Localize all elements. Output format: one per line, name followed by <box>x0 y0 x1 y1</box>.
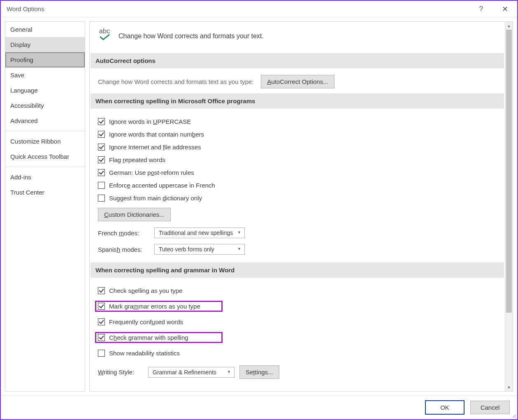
checkbox-frequently-confused[interactable] <box>98 318 105 325</box>
autocorrect-desc: Change how Word corrects and formats tex… <box>98 78 253 85</box>
checkbox-label: Enforce accented uppercase in French <box>109 182 215 189</box>
dialog-title: Word Options <box>7 5 44 12</box>
sidebar-item-label: Advanced <box>10 117 38 124</box>
checkbox-label: Check grammar with spelling <box>109 334 188 341</box>
checkbox-label: Flag repeated words <box>109 156 165 163</box>
close-icon[interactable]: ✕ <box>499 3 511 15</box>
checkbox-mark-grammar[interactable] <box>98 303 105 310</box>
scroll-up-icon[interactable]: ▲ <box>505 22 513 30</box>
checkbox-label: Check spelling as you type <box>109 287 182 294</box>
settings-button[interactable]: Settings... <box>239 365 279 379</box>
help-icon[interactable]: ? <box>476 3 486 15</box>
sidebar-item-label: Quick Access Toolbar <box>10 153 69 160</box>
section-spelling-word: When correcting spelling and grammar in … <box>91 262 504 278</box>
sidebar-item-add-ins[interactable]: Add-ins <box>5 169 85 185</box>
sidebar-item-display[interactable]: Display <box>5 37 85 52</box>
resize-grip-icon[interactable] <box>511 413 516 418</box>
french-modes-label: French modes: <box>98 230 149 237</box>
sidebar-item-save[interactable]: Save <box>5 67 85 83</box>
scroll-down-icon[interactable]: ▼ <box>505 383 513 391</box>
sidebar-item-label: Trust Center <box>10 189 44 196</box>
checkbox-suggest-main[interactable] <box>98 195 105 202</box>
dialog-footer: OK Cancel <box>1 395 517 419</box>
section-spelling-office: When correcting spelling in Microsoft Of… <box>91 93 504 109</box>
titlebar: Word Options ? ✕ <box>1 1 517 17</box>
checkbox-check-grammar-spelling[interactable] <box>98 334 105 341</box>
scrollbar[interactable]: ▲ ▼ <box>505 22 513 391</box>
page-header: abc Change how Word corrects and formats… <box>90 22 505 52</box>
checkbox-label: Show readability statistics <box>109 350 180 357</box>
spanish-modes-dropdown[interactable]: Tuteo verb forms only <box>154 244 245 255</box>
sidebar-item-customize-ribbon[interactable]: Customize Ribbon <box>5 134 85 149</box>
section-autocorrect: AutoCorrect options <box>91 53 504 68</box>
sidebar-item-advanced[interactable]: Advanced <box>5 113 85 128</box>
checkbox-label: Ignore words in UPPERCASE <box>109 118 191 125</box>
sidebar-item-label: Display <box>10 41 30 48</box>
sidebar-item-label: Accessibility <box>10 102 44 109</box>
checkbox-flag-repeated[interactable] <box>98 156 105 163</box>
sidebar-item-proofing[interactable]: Proofing <box>5 52 85 67</box>
custom-dictionaries-button[interactable]: Custom Dictionaries... <box>98 208 171 221</box>
checkbox-ignore-internet[interactable] <box>98 144 105 151</box>
autocorrect-options-button[interactable]: AutoCorrect Options... <box>261 75 334 88</box>
sidebar-item-trust-center[interactable]: Trust Center <box>5 185 85 200</box>
main-panel: abc Change how Word corrects and formats… <box>89 21 513 392</box>
checkbox-label: German: Use post-reform rules <box>109 169 194 176</box>
spanish-modes-label: Spanish modes: <box>98 246 149 253</box>
sidebar-item-language[interactable]: Language <box>5 83 85 98</box>
sidebar: General Display Proofing Save Language A… <box>5 21 85 392</box>
checkbox-label: Ignore Internet and file addresses <box>109 144 201 151</box>
sidebar-item-quick-access-toolbar[interactable]: Quick Access Toolbar <box>5 149 85 164</box>
checkbox-label: Ignore words that contain numbers <box>109 131 204 138</box>
ok-button[interactable]: OK <box>425 400 465 415</box>
scroll-thumb[interactable] <box>506 30 512 313</box>
proofing-icon: abc <box>96 28 113 45</box>
sidebar-item-label: Language <box>10 87 38 94</box>
sidebar-item-label: Add-ins <box>10 174 31 181</box>
checkbox-check-spelling-type[interactable] <box>98 287 105 294</box>
checkbox-label: Frequently confused words <box>109 318 183 325</box>
sidebar-item-accessibility[interactable]: Accessibility <box>5 98 85 113</box>
cancel-button[interactable]: Cancel <box>470 401 510 414</box>
sidebar-item-label: Customize Ribbon <box>10 138 61 145</box>
checkbox-show-readability[interactable] <box>98 350 105 357</box>
writing-style-label: Writing Style: <box>98 369 143 376</box>
sidebar-item-label: General <box>10 26 32 33</box>
checkbox-label: Mark grammar errors as you type <box>109 303 200 310</box>
checkbox-german-post[interactable] <box>98 169 105 176</box>
sidebar-item-label: Proofing <box>10 56 33 63</box>
sidebar-item-label: Save <box>10 72 24 79</box>
writing-style-dropdown[interactable]: Grammar & Refinements <box>148 367 235 378</box>
checkbox-label: Suggest from main dictionary only <box>109 195 202 202</box>
sidebar-item-general[interactable]: General <box>5 22 85 37</box>
page-subtitle: Change how Word corrects and formats you… <box>118 32 264 40</box>
checkbox-ignore-numbers[interactable] <box>98 131 105 138</box>
checkbox-enforce-accented[interactable] <box>98 182 105 189</box>
french-modes-dropdown[interactable]: Traditional and new spellings <box>154 227 245 238</box>
checkbox-ignore-uppercase[interactable] <box>98 118 105 125</box>
